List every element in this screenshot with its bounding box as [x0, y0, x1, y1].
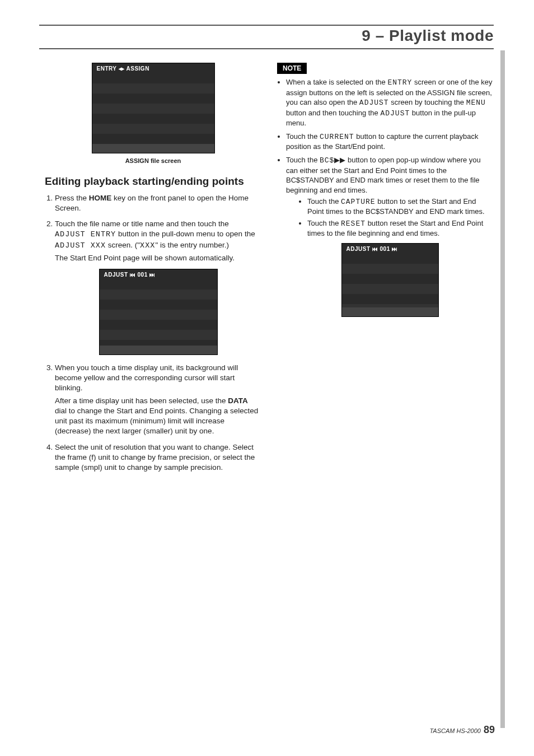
chapter-header: 9 – Playlist mode — [39, 27, 494, 45]
page-footer: TASCAM HS-2000 89 — [429, 724, 495, 736]
note-text: Touch the — [286, 132, 320, 141]
ui-label-bcs: BC$ — [320, 156, 334, 165]
note-text: button and then touching the — [286, 109, 380, 117]
screenshot-assign-file: ENTRY ◂▸ ASSIGN — [92, 63, 215, 153]
screenshot-title: ADJUST ⏮ 001 ⏭ — [104, 271, 156, 279]
step-1: Press the HOME key on the front panel to… — [55, 193, 261, 213]
step-text: screen. (" — [106, 241, 140, 249]
ui-label-xxx: XXX — [140, 241, 155, 250]
step-text: dial to change the Start and End points.… — [55, 407, 258, 435]
screenshot-adjust-start-end: ADJUST ⏮ 001 ⏭ — [99, 269, 218, 355]
ui-label-reset: RESET — [341, 220, 366, 228]
step-text: Press the — [55, 194, 89, 202]
screenshot-title: ADJUST ⏮ 001 ⏭ — [346, 245, 398, 253]
step-2: Touch the file name or title name and th… — [55, 219, 261, 355]
note-text: When a take is selected on the — [286, 78, 387, 86]
note-text: Touch the — [307, 197, 341, 206]
ui-label-entry: ENTRY — [387, 78, 412, 87]
step-text: When you touch a time display unit, its … — [55, 363, 238, 392]
step-text: After a time display unit has been selec… — [55, 396, 228, 405]
note-text: screen by touching the — [389, 98, 466, 106]
header-rule-top — [39, 25, 494, 26]
header-rule-bottom — [39, 48, 494, 49]
page-content: 9 – Playlist mode ENTRY ◂▸ ASSIGN ASSIGN… — [39, 25, 494, 478]
ui-label-adjust-entry: ADJUST ENTRY — [55, 230, 116, 239]
page-edge-tab — [500, 50, 505, 728]
product-name: TASCAM HS-2000 — [429, 727, 481, 734]
ui-label-adjust-xxx: ADJUST XXX — [55, 241, 106, 250]
ui-label-adjust: ADJUST — [380, 109, 410, 118]
note-item: Touch the CURRENT button to capture the … — [286, 132, 494, 152]
page-number: 89 — [484, 724, 495, 735]
ui-label-capture: CAPTURE — [341, 198, 376, 206]
note-text: Touch the — [307, 219, 341, 227]
section-heading: Editing playback starting/ending points — [45, 175, 261, 188]
two-column-layout: ENTRY ◂▸ ASSIGN ASSIGN file screen Editi… — [39, 63, 494, 478]
note-badge: NOTE — [277, 63, 307, 74]
note-item: When a take is selected on the ENTRY scr… — [286, 77, 494, 128]
ui-label-current: CURRENT — [320, 133, 354, 141]
step-text: The Start End Point page will be shown a… — [55, 253, 261, 263]
screenshot-capture-bcs: ADJUST ⏮ 001 ⏭ — [341, 243, 439, 317]
step-text: Touch the file name or title name and th… — [55, 220, 229, 228]
step-text: " is the entry number.) — [155, 241, 229, 249]
screenshot-title: ENTRY ◂▸ ASSIGN — [97, 65, 149, 73]
step-text-wrap: After a time display unit has been selec… — [55, 396, 261, 437]
ui-label-menu: MENU — [466, 99, 486, 107]
step-4: Select the unit of resolution that you w… — [55, 442, 261, 473]
note-list: When a take is selected on the ENTRY scr… — [277, 77, 494, 317]
left-column: ENTRY ◂▸ ASSIGN ASSIGN file screen Editi… — [39, 63, 261, 478]
key-home: HOME — [89, 194, 112, 202]
note-text: Touch the — [286, 156, 320, 164]
dial-data: DATA — [228, 396, 248, 405]
sub-note-list: Touch the CAPTURE button to set the Star… — [286, 197, 494, 239]
step-text: Select the unit of resolution that you w… — [55, 443, 255, 472]
fast-forward-icon: ▶▶ — [334, 155, 345, 165]
screenshot-caption: ASSIGN file screen — [45, 157, 261, 165]
step-text: button in the pull-down menu to open the — [116, 230, 255, 238]
right-column: NOTE When a take is selected on the ENTR… — [277, 63, 494, 478]
step-3: When you touch a time display unit, its … — [55, 363, 261, 437]
sub-note-item: Touch the RESET button reset the Start a… — [307, 219, 494, 239]
sub-note-item: Touch the CAPTURE button to set the Star… — [307, 197, 494, 217]
note-item: Touch the BC$ ▶▶ button to open pop-up w… — [286, 155, 494, 317]
ui-label-adjust: ADJUST — [359, 99, 389, 107]
procedure-steps: Press the HOME key on the front panel to… — [45, 193, 261, 473]
